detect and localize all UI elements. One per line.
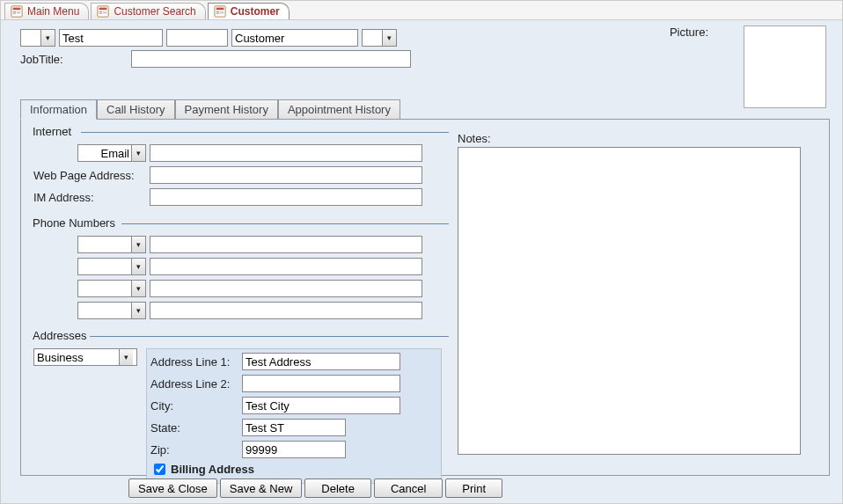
address-line2-label: Address Line 2: — [150, 377, 238, 391]
webpage-label: Web Page Address: — [33, 169, 146, 182]
city-input[interactable] — [242, 397, 400, 414]
dropdown-icon[interactable]: ▾ — [131, 281, 145, 296]
phone-type-input[interactable] — [78, 237, 131, 252]
form-icon — [97, 5, 109, 18]
svg-rect-2 — [13, 11, 17, 12]
dropdown-icon[interactable]: ▾ — [382, 30, 396, 46]
city-label: City: — [150, 399, 238, 413]
tab-appointment-history[interactable]: Appointment History — [278, 99, 400, 120]
email-input[interactable] — [150, 144, 422, 162]
dropdown-icon[interactable]: ▾ — [131, 237, 145, 252]
svg-rect-3 — [13, 13, 17, 14]
save-close-button[interactable]: Save & Close — [128, 478, 217, 498]
jobtitle-label: JobTitle: — [20, 53, 126, 66]
svg-rect-14 — [220, 11, 224, 14]
svg-rect-11 — [216, 8, 224, 11]
window-tab-main-menu[interactable]: Main Menu — [4, 3, 89, 19]
delete-button[interactable]: Delete — [304, 478, 371, 498]
addresses-legend: Addresses — [30, 329, 89, 342]
picture-label: Picture: — [670, 26, 708, 39]
billing-address-checkbox[interactable] — [154, 464, 165, 475]
svg-rect-7 — [99, 11, 103, 12]
zip-label: Zip: — [150, 443, 238, 457]
svg-rect-6 — [99, 8, 107, 11]
phone-type-combo[interactable]: ▾ — [77, 302, 146, 319]
notes-textarea[interactable] — [458, 147, 801, 455]
svg-rect-1 — [13, 8, 21, 11]
dropdown-icon[interactable]: ▾ — [131, 259, 145, 274]
address-line1-input[interactable] — [242, 353, 400, 370]
window-tab-label: Main Menu — [27, 5, 79, 18]
window-tab-strip: Main Menu Customer Search Customer — [1, 1, 842, 20]
notes-label: Notes: — [458, 132, 808, 145]
middle-name-input[interactable] — [166, 29, 228, 47]
email-type-combo[interactable]: ▾ — [77, 144, 146, 162]
dropdown-icon[interactable]: ▾ — [131, 303, 145, 318]
window-tab-customer[interactable]: Customer — [208, 3, 290, 19]
svg-rect-9 — [103, 11, 106, 14]
tab-payment-history[interactable]: Payment History — [175, 99, 278, 120]
address-line1-label: Address Line 1: — [150, 355, 238, 369]
svg-rect-8 — [99, 13, 103, 14]
tab-call-history[interactable]: Call History — [97, 99, 174, 120]
address-type-combo[interactable]: ▾ — [33, 348, 137, 366]
dropdown-icon[interactable]: ▾ — [40, 30, 55, 46]
window-tab-label: Customer — [231, 5, 280, 18]
phone-type-combo[interactable]: ▾ — [77, 258, 146, 275]
phone-type-input[interactable] — [78, 281, 131, 296]
picture-box[interactable] — [744, 26, 826, 108]
save-new-button[interactable]: Save & New — [220, 478, 303, 498]
last-name-input[interactable] — [231, 29, 358, 47]
phone-number-input[interactable] — [150, 258, 422, 275]
svg-rect-13 — [216, 13, 219, 14]
form-icon — [11, 5, 23, 18]
phones-legend: Phone Numbers — [30, 216, 118, 230]
state-label: State: — [150, 421, 238, 435]
dropdown-icon[interactable]: ▾ — [119, 349, 133, 365]
phone-type-combo[interactable]: ▾ — [77, 236, 146, 253]
cancel-button[interactable]: Cancel — [374, 478, 443, 498]
print-button[interactable]: Print — [445, 478, 502, 498]
detail-panel: Internet ▾ Web Page Address: — [20, 119, 830, 476]
phone-type-combo[interactable]: ▾ — [77, 280, 146, 297]
webpage-input[interactable] — [150, 166, 422, 184]
svg-rect-4 — [17, 11, 20, 14]
prefix-input[interactable] — [21, 30, 40, 46]
suffix-combo[interactable]: ▾ — [362, 29, 397, 47]
phone-number-input[interactable] — [150, 302, 422, 319]
tab-information[interactable]: Information — [20, 99, 97, 120]
first-name-input[interactable] — [59, 29, 163, 47]
billing-address-label: Billing Address — [171, 463, 254, 476]
dropdown-icon[interactable]: ▾ — [131, 145, 145, 161]
jobtitle-input[interactable] — [131, 50, 411, 68]
email-type-input[interactable] — [78, 145, 131, 161]
button-bar: Save & Close Save & New Delete Cancel Pr… — [128, 478, 502, 498]
svg-rect-12 — [216, 11, 219, 12]
address-line2-input[interactable] — [242, 375, 400, 392]
address-type-input[interactable] — [34, 349, 119, 365]
phone-type-input[interactable] — [78, 259, 131, 274]
window-tab-customer-search[interactable]: Customer Search — [91, 3, 205, 19]
phone-type-input[interactable] — [78, 303, 131, 318]
state-input[interactable] — [242, 419, 346, 436]
suffix-input[interactable] — [363, 30, 382, 46]
internet-legend: Internet — [30, 125, 74, 138]
form-icon — [214, 5, 226, 18]
window-tab-label: Customer Search — [114, 5, 195, 18]
phone-number-input[interactable] — [150, 280, 422, 297]
im-input[interactable] — [150, 188, 422, 206]
zip-input[interactable] — [242, 441, 346, 458]
prefix-combo[interactable]: ▾ — [20, 29, 55, 47]
im-label: IM Address: — [33, 191, 146, 204]
phone-number-input[interactable] — [150, 236, 422, 253]
